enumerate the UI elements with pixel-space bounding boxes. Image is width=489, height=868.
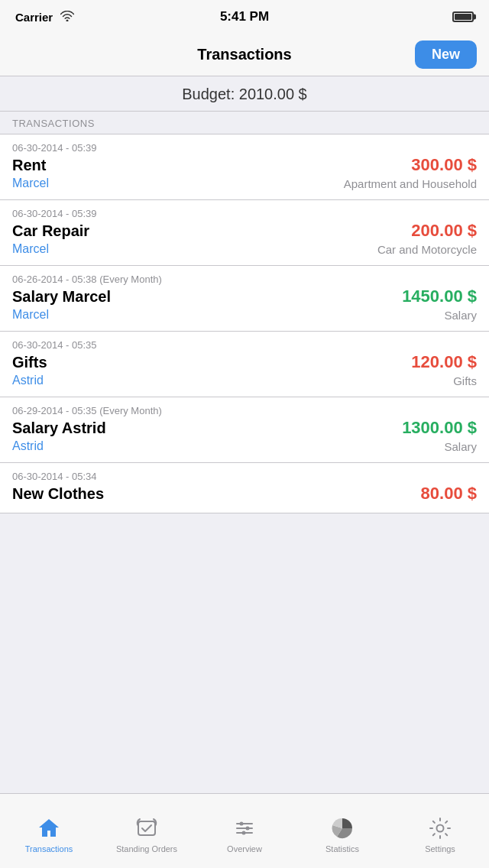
status-bar: Carrier 5:41 PM <box>0 0 489 34</box>
tx-category: Gifts <box>453 374 477 387</box>
tx-amount: 120.00 $ <box>411 352 477 372</box>
carrier-label: Carrier <box>15 11 53 24</box>
tx-name: Rent <box>12 157 46 174</box>
tx-date: 06-30-2014 - 05:39 <box>12 208 477 219</box>
tx-name: Car Repair <box>12 222 89 240</box>
new-button[interactable]: New <box>415 40 477 69</box>
svg-rect-0 <box>138 821 155 835</box>
tab-statistics[interactable]: Statistics <box>293 809 391 853</box>
tx-main-row: Car Repair 200.00 $ <box>12 221 477 241</box>
tab-overview[interactable]: Overview <box>196 809 293 853</box>
tx-category: Salary <box>444 440 477 453</box>
tab-overview-label: Overview <box>227 844 262 853</box>
tx-sub-row: Marcel Car and Motorcycle <box>12 242 477 256</box>
tx-main-row: Salary Marcel 1450.00 $ <box>12 287 477 306</box>
tx-category: Car and Motorcycle <box>377 243 477 256</box>
transaction-item[interactable]: 06-30-2014 - 05:34 New Clothes 80.00 $ <box>0 463 489 513</box>
overview-icon <box>232 815 257 841</box>
budget-banner: Budget: 2010.00 $ <box>0 76 489 112</box>
transaction-item[interactable]: 06-30-2014 - 05:35 Gifts 120.00 $ Astrid… <box>0 332 489 397</box>
tx-category: Apartment and Household <box>344 177 477 190</box>
tab-transactions-label: Transactions <box>25 844 73 853</box>
tx-date: 06-30-2014 - 05:39 <box>12 142 477 154</box>
tab-standing-orders-label: Standing Orders <box>116 844 177 853</box>
tx-category: Salary <box>444 309 477 322</box>
tx-main-row: Salary Astrid 1300.00 $ <box>12 418 477 438</box>
tab-settings[interactable]: Settings <box>391 809 489 853</box>
transactions-section-header: TRANSACTIONS <box>0 112 489 134</box>
tab-transactions[interactable]: Transactions <box>0 809 98 853</box>
tab-settings-label: Settings <box>425 844 455 853</box>
tx-amount: 200.00 $ <box>411 221 477 241</box>
svg-point-6 <box>242 831 246 834</box>
tx-name: Salary Marcel <box>12 288 111 306</box>
transaction-list: 06-30-2014 - 05:39 Rent 300.00 $ Marcel … <box>0 134 489 513</box>
standing-orders-icon <box>134 815 160 841</box>
tx-main-row: Gifts 120.00 $ <box>12 352 477 372</box>
nav-bar: Transactions New <box>0 34 489 76</box>
svg-point-4 <box>240 821 244 825</box>
tx-date: 06-30-2014 - 05:35 <box>12 339 477 351</box>
tx-sub-row: Marcel Salary <box>12 308 477 322</box>
tx-name: Gifts <box>12 354 47 371</box>
tab-statistics-label: Statistics <box>325 844 359 853</box>
tx-person: Marcel <box>12 177 49 190</box>
transaction-item[interactable]: 06-30-2014 - 05:39 Rent 300.00 $ Marcel … <box>0 134 489 200</box>
tx-person: Astrid <box>12 374 44 387</box>
budget-label: Budget: 2010.00 $ <box>182 86 306 102</box>
tx-sub-row: Astrid Salary <box>12 439 477 453</box>
statistics-icon <box>329 815 355 841</box>
battery-icon <box>452 11 474 22</box>
tx-amount: 1300.00 $ <box>402 418 477 438</box>
tx-name: New Clothes <box>12 485 104 503</box>
status-time: 5:41 PM <box>220 9 269 24</box>
tab-bar: Transactions Standing Orders <box>0 793 489 868</box>
tx-sub-row: Marcel Apartment and Household <box>12 177 477 190</box>
page-title: Transactions <box>197 46 291 63</box>
wifi-icon <box>60 11 74 24</box>
transaction-item[interactable]: 06-26-2014 - 05:38 (Every Month) Salary … <box>0 266 489 332</box>
tx-person: Marcel <box>12 242 49 256</box>
tx-main-row: Rent 300.00 $ <box>12 155 477 175</box>
settings-icon <box>427 815 453 841</box>
svg-point-5 <box>246 826 250 830</box>
main-content: Budget: 2010.00 $ TRANSACTIONS 06-30-201… <box>0 76 489 588</box>
tx-main-row: New Clothes 80.00 $ <box>12 484 477 504</box>
tx-person: Marcel <box>12 308 49 322</box>
tx-sub-row: Astrid Gifts <box>12 374 477 387</box>
tx-date: 06-30-2014 - 05:34 <box>12 471 477 482</box>
tab-standing-orders[interactable]: Standing Orders <box>98 809 196 853</box>
tx-amount: 80.00 $ <box>421 484 477 504</box>
transaction-item[interactable]: 06-30-2014 - 05:39 Car Repair 200.00 $ M… <box>0 200 489 266</box>
transaction-item[interactable]: 06-29-2014 - 05:35 (Every Month) Salary … <box>0 397 489 463</box>
tx-amount: 300.00 $ <box>411 155 477 175</box>
home-icon <box>36 815 62 841</box>
tx-date: 06-29-2014 - 05:35 (Every Month) <box>12 405 477 416</box>
tx-date: 06-26-2014 - 05:38 (Every Month) <box>12 274 477 285</box>
svg-point-7 <box>437 824 444 831</box>
tx-amount: 1450.00 $ <box>402 287 477 306</box>
tx-person: Astrid <box>12 439 44 453</box>
tx-name: Salary Astrid <box>12 419 106 437</box>
